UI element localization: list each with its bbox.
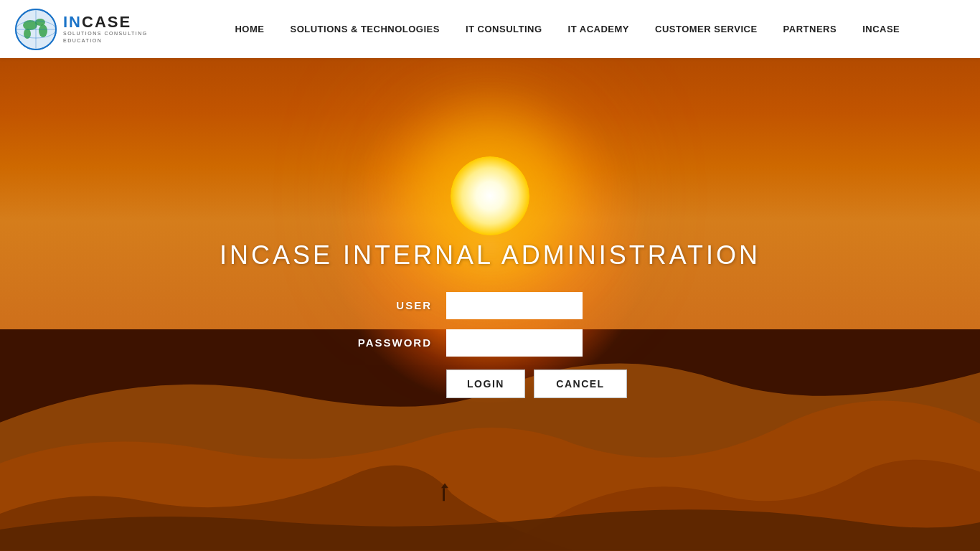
hero-section: INCASE INTERNAL ADMINISTRATION USER PASS… [0, 58, 980, 551]
nav-partners[interactable]: PARTNERS [771, 24, 850, 34]
logo-case: CASE [82, 13, 131, 31]
logo-subtitle-line1: SOLUTIONS CONSULTING [63, 30, 148, 37]
svg-point-4 [39, 24, 47, 37]
nav-it-consulting[interactable]: IT CONSULTING [453, 24, 555, 34]
logo-subtitle-line2: EDUCATION [63, 37, 148, 44]
login-button[interactable]: LOGIN [446, 369, 525, 398]
cancel-button[interactable]: CANCEL [534, 369, 627, 398]
password-label: PASSWORD [353, 336, 432, 349]
globe-icon [14, 8, 57, 51]
logo-text: INCASE SOLUTIONS CONSULTING EDUCATION [63, 14, 148, 44]
nav-home[interactable]: HOME [222, 24, 277, 34]
user-label: USER [353, 299, 432, 311]
svg-rect-10 [443, 488, 445, 501]
header: INCASE SOLUTIONS CONSULTING EDUCATION HO… [0, 0, 980, 58]
login-title: INCASE INTERNAL ADMINISTRATION [220, 240, 760, 270]
password-input[interactable] [446, 329, 583, 357]
password-row: PASSWORD [353, 329, 583, 357]
user-row: USER [353, 292, 583, 319]
form-buttons: LOGIN CANCEL [446, 369, 627, 398]
nav-incase[interactable]: INCASE [849, 24, 913, 34]
hero-sun [451, 156, 529, 235]
main-nav: HOME SOLUTIONS & TECHNOLOGIES IT CONSULT… [169, 24, 966, 34]
nav-it-academy[interactable]: IT ACADEMY [555, 24, 642, 34]
user-input[interactable] [446, 292, 583, 319]
nav-customer-service[interactable]: CUSTOMER SERVICE [642, 24, 771, 34]
login-container: INCASE INTERNAL ADMINISTRATION USER PASS… [220, 240, 760, 398]
nav-solutions[interactable]: SOLUTIONS & TECHNOLOGIES [277, 24, 452, 34]
logo-in: IN [63, 13, 82, 31]
logo-area[interactable]: INCASE SOLUTIONS CONSULTING EDUCATION [14, 8, 148, 51]
login-form: USER PASSWORD LOGIN CANCEL [353, 292, 627, 398]
svg-point-2 [23, 20, 37, 30]
logo-brand: INCASE [63, 14, 148, 30]
